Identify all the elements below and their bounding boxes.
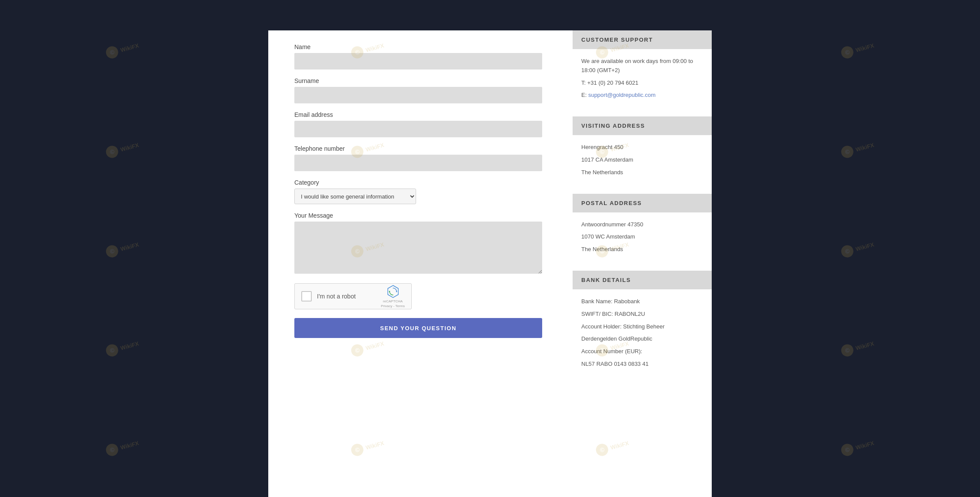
visiting-line3: The Netherlands	[581, 168, 703, 177]
postal-address-header: POSTAL ADDRESS	[573, 194, 712, 212]
visiting-line1: Herengracht 450	[581, 143, 703, 152]
surname-label: Surname	[294, 77, 542, 84]
bank-account-number-label: Account Number (EUR):	[581, 347, 703, 356]
phone-number: +31 (0) 20 794 6021	[587, 80, 638, 86]
bank-account-holder2: Derdengelden GoldRepublic	[581, 335, 703, 344]
email-group: Email address	[294, 111, 542, 137]
email-line: E: support@goldrepublic.com	[581, 91, 703, 100]
visiting-line2: 1017 CA Amsterdam	[581, 156, 703, 165]
phone-line: T: +31 (0) 20 794 6021	[581, 79, 703, 88]
visiting-address-block: VISITING ADDRESS Herengracht 450 1017 CA…	[573, 116, 712, 185]
recaptcha-brand-text: reCAPTCHA	[383, 299, 403, 303]
postal-address-body: Antwoordnummer 47350 1070 WC Amsterdam T…	[573, 212, 712, 262]
message-label: Your Message	[294, 212, 542, 219]
telephone-group: Telephone number	[294, 145, 542, 171]
telephone-input[interactable]	[294, 155, 542, 171]
visiting-address-body: Herengracht 450 1017 CA Amsterdam The Ne…	[573, 135, 712, 185]
right-info-section: CUSTOMER SUPPORT We are available on wor…	[564, 30, 712, 497]
postal-line2: 1070 WC Amsterdam	[581, 232, 703, 242]
contact-form-section: Name Surname Email address Telephone num…	[268, 30, 564, 497]
message-textarea[interactable]	[294, 222, 542, 274]
bank-details-body: Bank Name: Rabobank SWIFT/ BIC: RABONL2U…	[573, 289, 712, 377]
bank-account-number: NL57 RABO 0143 0833 41	[581, 360, 703, 369]
name-input[interactable]	[294, 53, 542, 70]
surname-input[interactable]	[294, 87, 542, 103]
visiting-address-header: VISITING ADDRESS	[573, 116, 712, 135]
bank-details-header: BANK DETAILS	[573, 271, 712, 289]
message-group: Your Message	[294, 212, 542, 275]
email-label-right: E:	[581, 92, 588, 98]
category-select[interactable]: I would like some general information I …	[294, 189, 416, 204]
name-label: Name	[294, 43, 542, 50]
recaptcha-checkbox[interactable]	[301, 291, 312, 302]
category-label: Category	[294, 179, 542, 186]
recaptcha-logo-area: reCAPTCHA Privacy - Terms	[381, 285, 405, 308]
email-input[interactable]	[294, 121, 542, 137]
email-label: Email address	[294, 111, 542, 118]
postal-address-block: POSTAL ADDRESS Antwoordnummer 47350 1070…	[573, 194, 712, 262]
phone-label-t: T:	[581, 80, 587, 86]
recaptcha-label: I'm not a robot	[317, 293, 376, 300]
customer-support-block: CUSTOMER SUPPORT We are available on wor…	[573, 30, 712, 108]
email-link[interactable]: support@goldrepublic.com	[588, 92, 656, 98]
submit-button[interactable]: SEND YOUR QUESTION	[294, 318, 542, 338]
bank-details-block: BANK DETAILS Bank Name: Rabobank SWIFT/ …	[573, 271, 712, 377]
bank-account-holder: Account Holder: Stichting Beheer	[581, 322, 703, 331]
postal-line1: Antwoordnummer 47350	[581, 220, 703, 229]
telephone-label: Telephone number	[294, 145, 542, 152]
surname-group: Surname	[294, 77, 542, 103]
postal-line3: The Netherlands	[581, 245, 703, 254]
customer-support-body: We are available on work days from 09:00…	[573, 49, 712, 108]
category-group: Category I would like some general infor…	[294, 179, 542, 204]
availability-text: We are available on work days from 09:00…	[581, 57, 703, 75]
main-content: Name Surname Email address Telephone num…	[268, 30, 712, 497]
recaptcha-terms-text: Privacy - Terms	[381, 304, 405, 308]
recaptcha-box[interactable]: I'm not a robot reCAPTCHA Privacy - Term…	[294, 283, 412, 309]
name-group: Name	[294, 43, 542, 70]
top-bar	[0, 0, 980, 30]
bank-swift: SWIFT/ BIC: RABONL2U	[581, 310, 703, 319]
recaptcha-icon	[386, 285, 400, 298]
customer-support-header: CUSTOMER SUPPORT	[573, 30, 712, 49]
bank-name: Bank Name: Rabobank	[581, 297, 703, 306]
